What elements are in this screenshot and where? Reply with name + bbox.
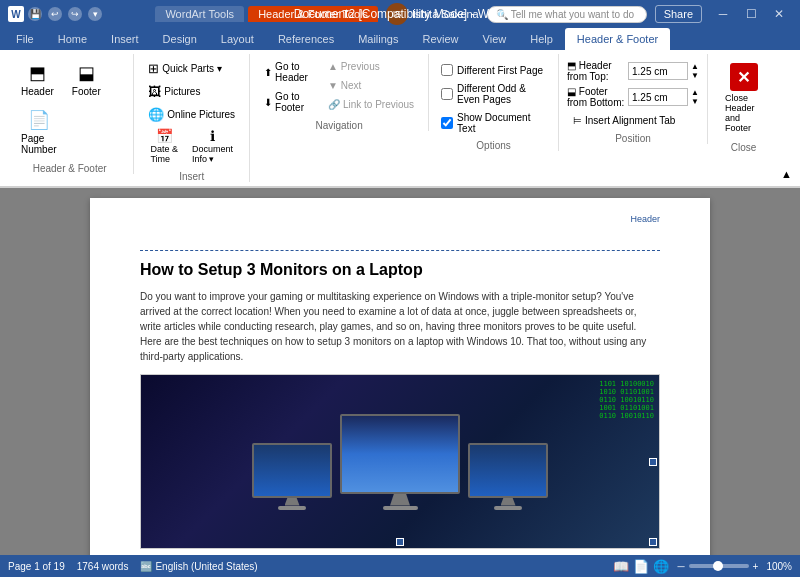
tab-layout[interactable]: Layout <box>209 28 266 50</box>
pictures-label: Pictures <box>164 86 200 97</box>
different-first-page-check[interactable]: Different First Page <box>437 62 550 78</box>
read-view-button[interactable]: 📖 <box>613 559 629 574</box>
header-spinner[interactable]: ▲▼ <box>691 62 699 80</box>
alignment-tab-icon: ⊨ <box>573 115 582 126</box>
different-first-page-input[interactable] <box>441 64 453 76</box>
link-to-previous-button[interactable]: 🔗 Link to Previous <box>322 96 420 113</box>
next-icon: ▼ <box>328 80 338 91</box>
tab-mailings[interactable]: Mailings <box>346 28 410 50</box>
options-items: Different First Page Different Odd & Eve… <box>437 54 550 136</box>
page-number-label: PageNumber <box>21 133 57 155</box>
maximize-button[interactable]: ☐ <box>738 4 764 24</box>
document-title: Document2 [Compatibility Mode] - Word <box>294 7 507 21</box>
tab-view[interactable]: View <box>471 28 519 50</box>
center-base <box>383 506 418 510</box>
save-button[interactable]: 💾 <box>28 7 42 21</box>
different-odd-even-label: Different Odd & Even Pages <box>457 83 546 105</box>
link-icon: 🔗 <box>328 99 340 110</box>
page-number-button[interactable]: 📄 PageNumber <box>14 105 64 159</box>
tab-file[interactable]: File <box>4 28 46 50</box>
show-document-text-label: Show Document Text <box>457 112 546 134</box>
wordart-tools-tab[interactable]: WordArt Tools <box>155 6 244 22</box>
language: 🔤 English (United States) <box>140 561 257 572</box>
document-title: How to Setup 3 Monitors on a Laptop <box>140 261 660 279</box>
page-count: Page 1 of 19 <box>8 561 65 572</box>
insert-group-label: Insert <box>179 171 204 182</box>
next-button[interactable]: ▼ Next <box>322 77 420 94</box>
pictures-icon: 🖼 <box>148 84 161 99</box>
document-info-button[interactable]: ℹ DocumentInfo ▾ <box>187 125 238 167</box>
tab-design[interactable]: Design <box>151 28 209 50</box>
customize-button[interactable]: ▾ <box>88 7 102 21</box>
tab-insert[interactable]: Insert <box>99 28 151 50</box>
close-group-label: Close <box>731 142 757 153</box>
zoom-control: ─ + 100% <box>677 561 792 572</box>
link-to-previous-label: Link to Previous <box>343 99 414 110</box>
ribbon-expand-button[interactable]: ▲ <box>779 166 794 182</box>
footer-from-bottom-label: ⬓ Footer from Bottom: <box>567 86 625 108</box>
quick-parts-label: Quick Parts ▾ <box>162 63 221 74</box>
date-time-label: Date &Time <box>150 144 178 164</box>
footer-from-bottom-input[interactable] <box>628 88 688 106</box>
go-to-header-footer: ⬆ Go toHeader ⬇ Go toFooter <box>258 58 314 116</box>
quick-parts-icon: ⊞ <box>148 61 159 76</box>
zoom-thumb[interactable] <box>713 561 723 571</box>
tell-me-placeholder: Tell me what you want to do <box>511 9 634 20</box>
header-from-top-input[interactable] <box>628 62 688 80</box>
online-pictures-button[interactable]: 🌐 Online Pictures <box>142 104 241 125</box>
tab-references[interactable]: References <box>266 28 346 50</box>
tell-me-input[interactable]: 🔍 Tell me what you want to do <box>487 6 647 23</box>
undo-button[interactable]: ↩ <box>48 7 62 21</box>
right-base <box>494 506 522 510</box>
previous-button[interactable]: ▲ Previous <box>322 58 420 75</box>
image-handle-bottom-right[interactable] <box>649 538 657 546</box>
header-edit-area[interactable]: Header <box>140 228 660 251</box>
go-header-label: Go toHeader <box>275 61 308 83</box>
redo-button[interactable]: ↪ <box>68 7 82 21</box>
go-to-header-button[interactable]: ⬆ Go toHeader <box>258 58 314 86</box>
window-controls: ─ ☐ ✕ <box>710 4 792 24</box>
insert-alignment-tab-label: Insert Alignment Tab <box>585 115 675 126</box>
image-handle-bottom-center[interactable] <box>396 538 404 546</box>
tab-review[interactable]: Review <box>411 28 471 50</box>
code-overlay: 1101 10100010 1010 01101001 0110 1001011… <box>599 380 654 420</box>
header-button[interactable]: ⬒ Header <box>14 58 61 101</box>
go-to-footer-button[interactable]: ⬇ Go toFooter <box>258 88 314 116</box>
left-stand <box>285 498 300 506</box>
image-handle-right-center[interactable] <box>649 458 657 466</box>
zoom-slider[interactable] <box>689 564 749 568</box>
close-items: ✕ Close Headerand Footer <box>716 54 771 138</box>
close-button[interactable]: ✕ <box>766 4 792 24</box>
page-number-icon: 📄 <box>28 109 50 131</box>
insert-alignment-tab-button[interactable]: ⊨ Insert Alignment Tab <box>567 112 699 129</box>
different-odd-even-input[interactable] <box>441 88 453 100</box>
tab-help[interactable]: Help <box>518 28 565 50</box>
zoom-in-button[interactable]: + <box>753 561 759 572</box>
date-time-icon: 📅 <box>156 128 173 144</box>
options-group-label: Options <box>476 140 510 151</box>
print-view-button[interactable]: 📄 <box>633 559 649 574</box>
footer-label: Footer <box>72 86 101 97</box>
pictures-button[interactable]: 🖼 Pictures <box>142 81 241 102</box>
share-button[interactable]: Share <box>655 5 702 23</box>
document-info-icon: ℹ <box>210 128 215 144</box>
show-document-text-check[interactable]: Show Document Text <box>437 110 550 136</box>
footer-button[interactable]: ⬓ Footer <box>65 58 108 101</box>
date-time-button[interactable]: 📅 Date &Time <box>145 125 183 167</box>
footer-spinner[interactable]: ▲▼ <box>691 88 699 106</box>
lang-icon: 🔤 <box>140 561 152 572</box>
center-screen <box>340 414 460 494</box>
quick-parts-button[interactable]: ⊞ Quick Parts ▾ <box>142 58 241 79</box>
show-document-text-input[interactable] <box>441 117 453 129</box>
go-header-icon: ⬆ <box>264 67 272 78</box>
document-area: Header How to Setup 3 Monitors on a Lapt… <box>0 188 800 577</box>
ribbon: File Home Insert Design Layout Reference… <box>0 28 800 50</box>
close-header-footer-button[interactable]: ✕ Close Headerand Footer <box>716 58 771 138</box>
zoom-out-button[interactable]: ─ <box>677 561 684 572</box>
tab-home[interactable]: Home <box>46 28 99 50</box>
tab-header-footer[interactable]: Header & Footer <box>565 28 670 50</box>
header-icon: ⬒ <box>29 62 46 84</box>
minimize-button[interactable]: ─ <box>710 4 736 24</box>
web-view-button[interactable]: 🌐 <box>653 559 669 574</box>
different-odd-even-check[interactable]: Different Odd & Even Pages <box>437 81 550 107</box>
